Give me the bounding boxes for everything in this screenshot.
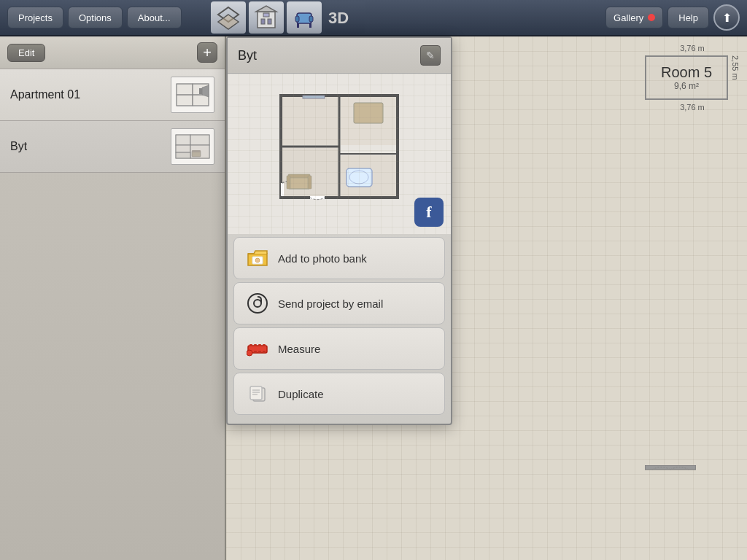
svg-point-59 [254,300,261,307]
projects-button[interactable]: Projects [7,7,63,28]
dim-bottom-label: 3,76 m [645,103,740,112]
furniture-nav-icon[interactable] [287,1,322,34]
building-nav-icon[interactable] [249,1,284,34]
send-email-label: Send project by email [278,298,383,310]
svg-point-69 [247,350,252,356]
duplicate-icon [246,382,269,405]
left-panel: Edit + Apartment 01 Byt [0,36,226,560]
top-toolbar: Projects Options About... [0,0,747,36]
svg-rect-62 [254,344,257,346]
photo-bank-label: Add to photo bank [278,252,367,265]
compass-button[interactable]: ⬆ [713,4,740,31]
room5-title: Room 5 [661,64,712,81]
panel-header: Edit + [0,36,225,69]
measure-button[interactable]: Measure [233,327,445,370]
action-buttons-container: Add to photo bank Send project by email [228,237,451,415]
main-content: 3,76 m Room 5 9,6 m² 2,55 m 3,76 m [0,36,747,560]
email-icon [246,292,269,315]
svg-text:3D: 3D [328,9,349,27]
svg-rect-9 [309,23,311,28]
svg-rect-32 [190,135,209,145]
svg-rect-4 [261,19,265,24]
send-by-email-button[interactable]: Send project by email [233,282,445,324]
gallery-label: Gallery [614,12,643,23]
duplicate-label: Duplicate [278,388,324,400]
room5-size: 9,6 m² [661,81,712,91]
dim-top-label: 3,76 m [645,44,740,52]
add-to-photo-bank-button[interactable]: Add to photo bank [233,237,445,279]
svg-rect-37 [192,150,201,152]
svg-rect-35 [176,152,190,158]
dim-right-label: 2,55 m [728,55,740,100]
door-symbol [645,465,696,487]
popup-edit-button[interactable]: ✎ [420,45,441,66]
svg-rect-63 [258,344,261,346]
3d-nav-icon[interactable]: 3D [325,1,365,34]
svg-rect-31 [176,135,190,145]
project-name-2: Byt [10,140,171,153]
svg-point-57 [255,258,260,262]
popup-floor-preview: f [228,74,451,234]
svg-marker-28 [202,85,209,97]
svg-rect-71 [250,386,262,400]
floorplan-nav-icon[interactable] [211,1,246,34]
svg-rect-61 [249,344,252,346]
svg-rect-8 [297,23,299,28]
svg-rect-5 [268,19,271,24]
duplicate-button[interactable]: Duplicate [233,373,445,415]
popup-panel: Byt ✎ [226,36,452,425]
measure-icon [246,337,269,360]
facebook-button[interactable]: f [414,198,444,227]
svg-rect-22 [645,465,696,470]
svg-rect-6 [263,13,269,17]
project-item-2[interactable]: Byt [0,121,225,173]
project-thumbnail-1 [171,77,214,113]
toolbar-center: 3D [186,1,392,34]
project-thumbnail-2 [171,128,214,165]
svg-rect-10 [295,16,299,22]
project-item-1[interactable]: Apartment 01 [0,69,225,121]
svg-rect-64 [263,344,266,346]
edit-button[interactable]: Edit [7,44,45,62]
room5-area: 3,76 m Room 5 9,6 m² 2,55 m 3,76 m [645,44,740,112]
svg-rect-33 [176,145,190,152]
svg-marker-3 [256,6,276,12]
options-button[interactable]: Options [68,7,123,28]
photo-bank-icon [246,246,269,270]
svg-rect-29 [199,88,202,94]
gallery-button[interactable]: Gallery [605,7,663,28]
gallery-indicator [648,14,655,21]
svg-rect-11 [309,16,313,22]
add-project-button[interactable]: + [197,42,217,63]
svg-rect-68 [263,351,266,353]
project-name-1: Apartment 01 [10,88,171,101]
measure-label: Measure [278,343,320,355]
about-button[interactable]: About... [127,7,182,28]
help-button[interactable]: Help [667,7,709,28]
svg-rect-66 [254,351,257,353]
popup-header: Byt ✎ [228,38,451,74]
svg-rect-67 [258,351,261,353]
popup-title: Byt [238,48,257,63]
